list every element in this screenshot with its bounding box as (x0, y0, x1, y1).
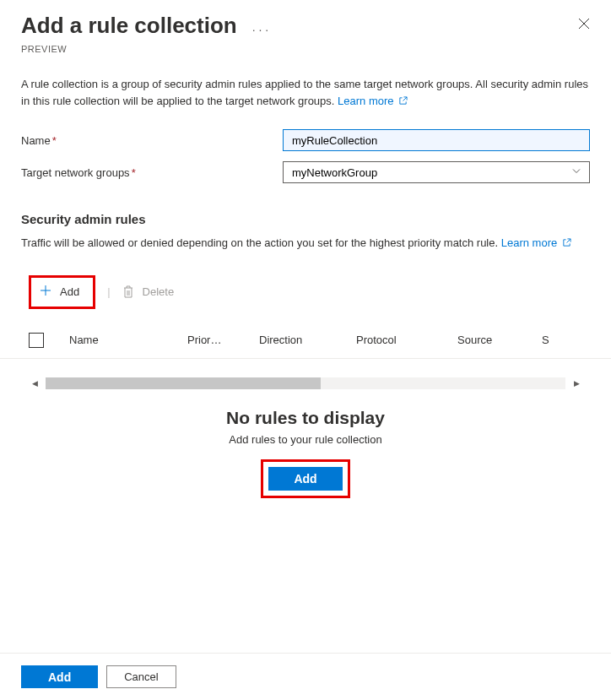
empty-state-subtitle: Add rules to your rule collection (0, 433, 611, 446)
column-direction[interactable]: Direction (259, 334, 356, 346)
scroll-thumb[interactable] (46, 377, 321, 389)
footer-add-button[interactable]: Add (21, 665, 98, 688)
required-indicator: * (52, 134, 57, 147)
description-body: A rule collection is a group of security… (21, 78, 588, 107)
footer-cancel-button[interactable]: Cancel (106, 665, 176, 688)
column-extra[interactable]: S (542, 334, 590, 346)
close-icon[interactable] (578, 13, 590, 33)
empty-state-add-button[interactable]: Add (268, 467, 342, 491)
toolbar-add-button[interactable]: Add (29, 275, 95, 309)
column-name[interactable]: Name (69, 334, 187, 346)
preview-label: PREVIEW (0, 44, 611, 69)
trash-icon (122, 285, 134, 299)
column-source[interactable]: Source (457, 334, 542, 346)
required-indicator: * (132, 166, 136, 179)
scroll-track[interactable] (46, 377, 565, 389)
scroll-right-icon[interactable]: ▶ (570, 377, 582, 389)
table-header: Name Prior… Direction Protocol Source S (0, 316, 611, 359)
toolbar-delete-button[interactable]: Delete (122, 285, 175, 299)
toolbar-separator: | (107, 285, 110, 298)
select-all-checkbox[interactable] (29, 333, 44, 348)
external-link-icon (562, 238, 571, 247)
learn-more-link[interactable]: Learn more (338, 95, 408, 107)
scroll-left-icon[interactable]: ◀ (29, 377, 41, 389)
external-link-icon (398, 96, 408, 106)
toolbar-delete-label: Delete (143, 285, 175, 298)
empty-state-title: No rules to display (0, 408, 611, 428)
name-input[interactable] (283, 129, 590, 151)
name-label: Name* (21, 134, 283, 147)
security-rules-header: Security admin rules (0, 188, 611, 231)
column-protocol[interactable]: Protocol (356, 334, 457, 346)
toolbar-add-label: Add (60, 285, 79, 298)
horizontal-scrollbar[interactable]: ◀ ▶ (29, 377, 582, 391)
page-title: Add a rule collection (21, 13, 237, 39)
column-priority[interactable]: Prior… (187, 334, 259, 346)
target-groups-select[interactable] (283, 161, 590, 183)
more-icon[interactable]: · · · (252, 16, 268, 36)
security-rules-description: Traffic will be allowed or denied depend… (0, 231, 611, 260)
plus-icon (40, 285, 51, 300)
description-text: A rule collection is a group of security… (0, 69, 611, 124)
rules-learn-more-link[interactable]: Learn more (501, 236, 571, 249)
target-groups-label: Target network groups* (21, 166, 283, 179)
